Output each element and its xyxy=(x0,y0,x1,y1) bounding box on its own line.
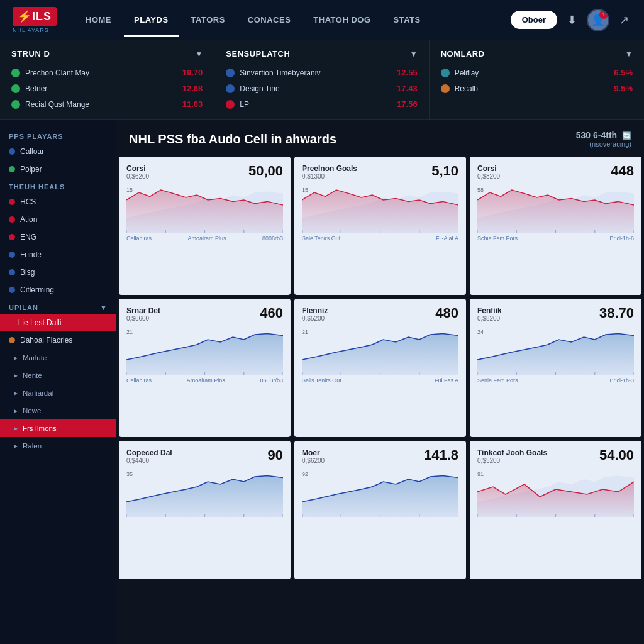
row-value: 19.70 xyxy=(182,68,203,77)
sidebar-item-label: Lie Lest Dalli xyxy=(18,318,62,327)
meta-sub: (risoveracing) xyxy=(576,140,631,148)
sidebar-item-label: Marlute xyxy=(23,354,47,362)
sidebar-item-narliardal[interactable]: ▸ Narliardal xyxy=(0,384,116,402)
chart-sub-6: 0,$4400 xyxy=(126,457,283,464)
chart-footer-2: Schia Fem PorsBricl-1h-6 xyxy=(477,235,634,242)
content-header: NHL PSS fba Audo Cell in ahwards 530 6-4… xyxy=(116,120,644,155)
sidebar-item-ralen[interactable]: ▸ Ralen xyxy=(0,437,116,455)
top-card-row-1-0: Sinvertion Timebyeraniv12.55 xyxy=(226,65,417,80)
content: NHL PSS fba Audo Cell in ahwards 530 6-4… xyxy=(116,120,644,644)
logo: ⚡ILS xyxy=(13,7,57,26)
sidebar-sub-arrow: ▸ xyxy=(14,389,18,397)
row-label: Recial Qust Mange xyxy=(25,100,89,109)
sidebar-item-label: Frs Ilmons xyxy=(23,425,57,432)
chart-footer-0: CellabirasAmoalram Plus8006rb3 xyxy=(126,235,283,242)
chart-svg-6 xyxy=(126,467,283,517)
sidebar-dot xyxy=(9,199,15,205)
nav-item-playds[interactable]: PLAYDS xyxy=(124,3,179,37)
oboer-button[interactable]: Oboer xyxy=(511,11,557,29)
sidebar-item-label: HCS xyxy=(20,197,36,206)
sidebar-item-eng[interactable]: ENG xyxy=(0,228,116,246)
top-card-row-2-0: Peliflay6.5% xyxy=(441,65,633,80)
sidebar-item-label: Nente xyxy=(23,372,42,379)
chart-footer-5: Senia Fem PorsBricl-1h-3 xyxy=(477,377,634,384)
sidebar-item-label: Citlerming xyxy=(20,286,54,294)
chart-svg-0 xyxy=(126,182,283,233)
sidebar-item-marlute[interactable]: ▸ Marlute xyxy=(0,349,116,367)
dot-green xyxy=(11,100,20,109)
sidebar-dot xyxy=(9,234,15,240)
chart-value-4: 480 xyxy=(435,305,458,321)
nav-item-home[interactable]: HOME xyxy=(75,3,121,37)
sidebar-item-label: Ralen xyxy=(23,442,42,450)
nav-item-thatoh-dog[interactable]: THATOH DOG xyxy=(303,3,380,37)
chart-y-label-2: 58 xyxy=(477,187,484,193)
sidebar-item-newe[interactable]: ▸ Newe xyxy=(0,402,116,419)
chart-footer-1: Sale Tenirs OutFil-A at A xyxy=(302,235,458,242)
dot-blue xyxy=(226,69,235,77)
chart-svg-1 xyxy=(302,182,458,233)
chart-value-8: 54.00 xyxy=(599,447,634,464)
sidebar-sub-arrow: ▸ xyxy=(14,441,18,450)
nav-item-conaces[interactable]: CONACES xyxy=(238,3,301,37)
sidebar-item-nente[interactable]: ▸ Nente xyxy=(0,367,116,384)
page-title: NHL PSS fba Audo Cell in ahwards xyxy=(129,132,336,147)
expand-button[interactable]: ↗ xyxy=(617,11,631,30)
sidebar-sub-arrow: ▸ xyxy=(14,424,18,433)
sidebar-item-frs-ilmons[interactable]: ▸ Frs Ilmons xyxy=(0,419,116,437)
top-card-chevron-2[interactable]: ▼ xyxy=(625,50,633,58)
nav-item-tators[interactable]: TATORS xyxy=(181,3,235,37)
row-value: 12.55 xyxy=(397,68,418,77)
row-value: 12.68 xyxy=(182,84,203,93)
row-label: Betner xyxy=(25,84,47,93)
sidebar-item-label: ENG xyxy=(20,233,36,242)
sidebar-item-frinde[interactable]: Frinde xyxy=(0,246,116,264)
row-label: Recalb xyxy=(455,84,478,93)
top-card-row-0-0: Prechon Clant May19.70 xyxy=(11,65,203,80)
chart-card-8: Tinkcof Jooh Goals0,$520054.0091 xyxy=(470,441,641,579)
sidebar-sub-arrow: ▸ xyxy=(14,371,18,380)
chart-footer-4: Salis Tenirs OutFul Fas A xyxy=(302,377,458,384)
download-button[interactable]: ⬇ xyxy=(565,11,579,30)
sidebar-item-label: Calloar xyxy=(20,147,44,156)
chart-y-label-5: 24 xyxy=(477,329,484,335)
sidebar-item-blsg[interactable]: Blsg xyxy=(0,264,116,281)
chart-svg-3 xyxy=(126,325,283,375)
top-card-row-1-1: Design Tine17.43 xyxy=(226,80,417,96)
top-card-2: NOMLARD▼Peliflay6.5%Recalb9.5% xyxy=(430,40,644,119)
top-card-chevron-0[interactable]: ▼ xyxy=(195,50,203,58)
chart-y-label-0: 15 xyxy=(126,187,133,193)
sidebar-num: 1 xyxy=(9,318,13,327)
chart-footer-3: CellabirasAmoalram Pins060Br/b3 xyxy=(126,377,283,384)
chart-svg-7 xyxy=(302,467,458,517)
logo-sub: NHL AYARS xyxy=(13,27,57,33)
chart-svg-2 xyxy=(477,182,634,233)
meta-icon: 🔄 xyxy=(622,131,631,140)
chart-y-label-7: 92 xyxy=(302,471,308,477)
sidebar-dot xyxy=(9,216,15,223)
sidebar-item-polper[interactable]: Polper xyxy=(0,160,116,178)
sidebar-item-citlerming[interactable]: Citlerming xyxy=(0,281,116,299)
sidebar-item-lie-lest-dalli[interactable]: 1 Lie Lest Dalli xyxy=(0,314,116,331)
sidebar-item-ation[interactable]: Ation xyxy=(0,211,116,228)
sidebar-item-hcs[interactable]: HCS xyxy=(0,193,116,211)
sidebar-item-label: Narliardal xyxy=(23,389,53,397)
chart-y-label-3: 21 xyxy=(126,329,133,335)
chart-value-2: 448 xyxy=(611,163,634,179)
chart-card-5: Fenfiik0,$820038.7024Senia Fem PorsBricl… xyxy=(470,299,641,437)
row-label: Design Tine xyxy=(240,84,279,93)
dot-teal xyxy=(441,69,450,77)
chart-card-6: Copeced Dal0,$44009035 xyxy=(119,441,291,579)
chart-y-label-4: 21 xyxy=(302,329,308,335)
top-card-chevron-1[interactable]: ▼ xyxy=(410,50,418,58)
sidebar-item-calloar[interactable]: Calloar xyxy=(0,143,116,160)
chart-value-3: 460 xyxy=(260,305,283,321)
avatar[interactable]: 👤 1 xyxy=(587,9,609,31)
sidebar-item-dahoal-fiacries[interactable]: Dahoal Fiacries xyxy=(0,331,116,349)
nav-item-stats[interactable]: STATS xyxy=(384,3,431,37)
row-label: Sinvertion Timebyeraniv xyxy=(240,69,320,77)
chart-card-7: Moer0,$6200141.892 xyxy=(294,441,466,579)
dot-red xyxy=(226,100,235,109)
sidebar-dot xyxy=(9,287,15,293)
dot-green xyxy=(11,84,20,93)
